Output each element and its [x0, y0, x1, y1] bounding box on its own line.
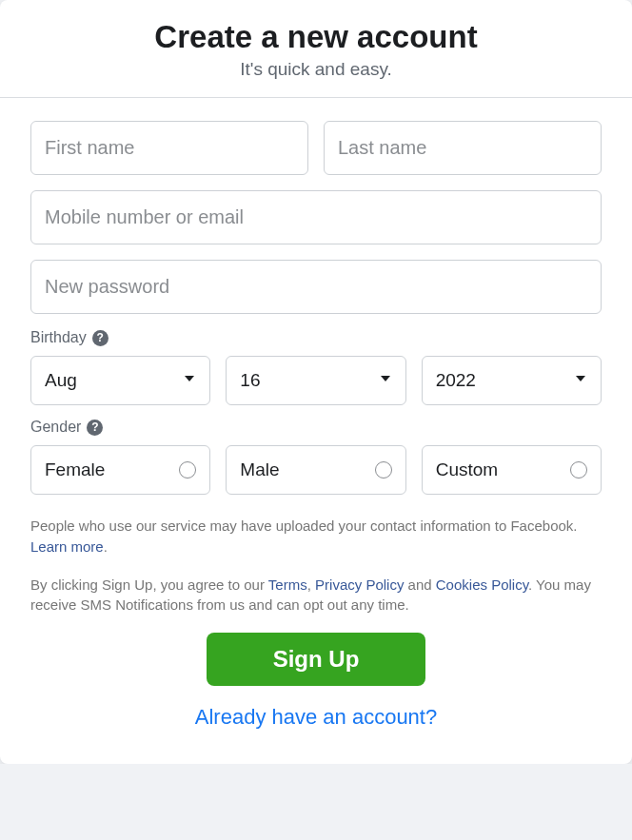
month-select[interactable]: Aug: [30, 356, 210, 405]
radio-icon[interactable]: [570, 461, 587, 479]
contact-row: [30, 190, 602, 244]
legal-text-content: People who use our service may have uplo…: [30, 518, 578, 534]
period: .: [104, 538, 108, 555]
password-input[interactable]: [30, 260, 602, 314]
year-select-wrap: 2022: [422, 356, 602, 405]
already-have-account-link[interactable]: Already have an account?: [30, 705, 602, 730]
gender-option-label: Female: [45, 459, 105, 480]
privacy-link[interactable]: Privacy Policy: [315, 576, 404, 593]
password-row: [30, 260, 602, 314]
cookies-link[interactable]: Cookies Policy: [436, 576, 528, 593]
question-icon[interactable]: ?: [92, 330, 109, 346]
last-name-input[interactable]: [324, 121, 602, 175]
gender-label-row: Gender ?: [30, 419, 602, 436]
birthday-label: Birthday: [30, 329, 87, 346]
signup-card: Create a new account It's quick and easy…: [0, 0, 632, 764]
day-select-wrap: 16: [226, 356, 405, 405]
gender-label: Gender: [30, 419, 81, 436]
gender-option-custom[interactable]: Custom: [422, 445, 602, 495]
birthday-row: Aug 16 2022: [30, 356, 602, 405]
legal-sep: ,: [307, 576, 315, 593]
month-select-wrap: Aug: [30, 356, 210, 405]
legal-sep: and: [404, 576, 435, 593]
gender-option-label: Custom: [436, 459, 498, 480]
gender-option-female[interactable]: Female: [30, 445, 210, 495]
name-row: [30, 121, 602, 175]
day-select[interactable]: 16: [226, 356, 405, 405]
gender-option-label: Male: [240, 459, 279, 480]
question-icon[interactable]: ?: [87, 420, 103, 436]
contact-input[interactable]: [30, 190, 602, 244]
gender-option-male[interactable]: Male: [226, 445, 405, 495]
learn-more-link[interactable]: Learn more: [30, 538, 104, 555]
legal-text-1: People who use our service may have uplo…: [30, 516, 602, 557]
birthday-label-row: Birthday ?: [30, 329, 602, 346]
legal-text-2: By clicking Sign Up, you agree to our Te…: [30, 575, 602, 616]
form-body: Birthday ? Aug 16 2022: [0, 98, 632, 764]
signup-button[interactable]: Sign Up: [207, 633, 426, 686]
legal-prefix: By clicking Sign Up, you agree to our: [30, 576, 268, 593]
card-header: Create a new account It's quick and easy…: [0, 0, 632, 98]
year-select[interactable]: 2022: [422, 356, 602, 405]
terms-link[interactable]: Terms: [268, 576, 307, 593]
page-title: Create a new account: [19, 19, 613, 55]
page-subtitle: It's quick and easy.: [19, 59, 613, 80]
first-name-input[interactable]: [30, 121, 308, 175]
gender-row: Female Male Custom: [30, 445, 602, 495]
radio-icon[interactable]: [179, 461, 196, 479]
radio-icon[interactable]: [375, 461, 392, 479]
